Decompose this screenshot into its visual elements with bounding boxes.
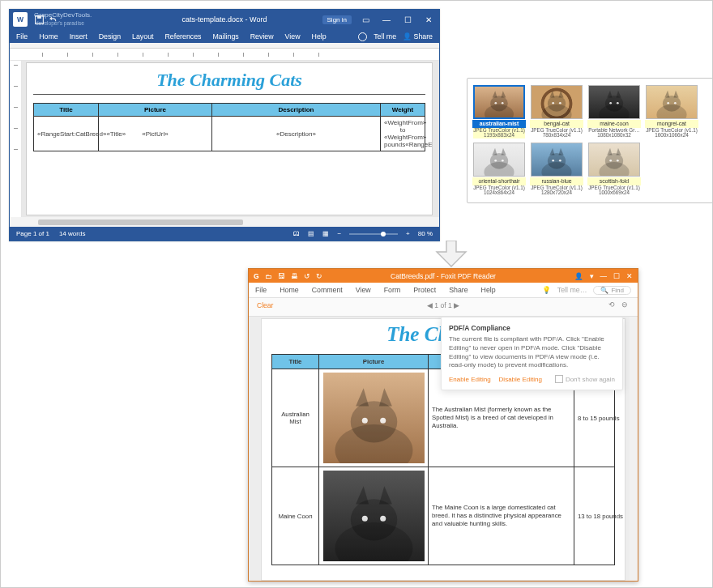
save-icon[interactable]: 🖫 <box>278 272 285 280</box>
thumbnail-bengal-cat[interactable]: bengal-cat JPEG TrueColor (v1.1)780x834x… <box>530 85 583 138</box>
fit-width-icon[interactable]: ⟲ <box>608 300 615 309</box>
zoom-out-button[interactable]: − <box>337 230 341 237</box>
thumb-image <box>531 85 583 119</box>
status-page[interactable]: Page 1 of 1 <box>16 230 49 237</box>
thumbnail-oriental-shorthair[interactable]: oriental-shorthair JPEG TrueColor (v1.1)… <box>472 143 526 196</box>
maximize-icon[interactable]: ☐ <box>613 272 620 280</box>
tab-protect[interactable]: Protect <box>413 286 436 294</box>
svg-point-64 <box>380 516 386 522</box>
tellme-input[interactable]: Tell me <box>374 32 396 40</box>
zoom-level[interactable]: 80 % <box>418 230 433 237</box>
tab-mailings[interactable]: Mailings <box>212 32 238 40</box>
close-icon[interactable]: ✕ <box>421 15 436 24</box>
th-desc: Description <box>212 104 381 117</box>
redo-icon[interactable]: ↻ <box>316 272 322 280</box>
print-icon[interactable]: 🖶 <box>291 272 298 280</box>
minimize-icon[interactable]: — <box>379 15 394 24</box>
cell-picture <box>319 369 429 467</box>
disable-editing-link[interactable]: Disable Editing <box>499 376 542 383</box>
user-icon[interactable]: 👤 <box>574 272 583 280</box>
thumbnail-scottish-fold[interactable]: scottish-fold JPEG TrueColor (v1.1)1000x… <box>587 143 641 196</box>
maximize-icon[interactable]: ☐ <box>400 15 415 24</box>
tab-form[interactable]: Form <box>384 286 401 294</box>
pdfa-popover: PDF/A Compliance The current file is com… <box>441 317 623 390</box>
signin-button[interactable]: Sign in <box>322 15 352 24</box>
open-icon[interactable]: 🗀 <box>265 272 272 280</box>
svg-point-42 <box>552 160 554 162</box>
horizontal-ruler[interactable] <box>10 49 439 61</box>
thumbnail-mongrel-cat[interactable]: mongrel-cat JPEG TrueColor (v1.1)1600x10… <box>645 85 698 138</box>
svg-point-35 <box>494 160 497 162</box>
tab-review[interactable]: Review <box>250 32 274 40</box>
thumbnail-maine-coon[interactable]: maine-coon Portable Network Gr…1080x1080… <box>587 85 641 138</box>
close-icon[interactable]: ✕ <box>626 272 633 280</box>
svg-point-50 <box>617 160 619 162</box>
document-title: The Charming Cats <box>33 70 425 91</box>
dont-show-checkbox[interactable]: Don't show again <box>555 375 615 383</box>
tab-design[interactable]: Design <box>99 32 121 40</box>
svg-point-22 <box>617 102 619 104</box>
view-print-icon[interactable]: ▤ <box>308 230 314 237</box>
minimize-icon[interactable]: — <box>600 272 608 280</box>
zoom-slider[interactable] <box>349 233 398 235</box>
undo-icon[interactable]: ↺ <box>304 272 310 280</box>
word-titlebar[interactable]: W GrapeCityDevTools. developer's paradis… <box>10 10 439 29</box>
tab-references[interactable]: References <box>164 32 201 40</box>
tab-home[interactable]: Home <box>39 32 58 40</box>
view-read-icon[interactable]: 🕮 <box>293 230 300 237</box>
tab-file[interactable]: File <box>255 286 267 294</box>
word-window: W GrapeCityDevTools. developer's paradis… <box>9 9 440 241</box>
status-words[interactable]: 14 words <box>59 230 85 237</box>
svg-point-29 <box>674 102 677 104</box>
enable-editing-link[interactable]: Enable Editing <box>449 376 491 383</box>
td-title: «RangeStart:CatBreed»«Title» <box>34 117 99 151</box>
undo-icon[interactable] <box>48 15 58 25</box>
tab-help[interactable]: Help <box>481 286 496 294</box>
svg-marker-40 <box>549 148 554 156</box>
tab-insert[interactable]: Insert <box>70 32 88 40</box>
vertical-ruler[interactable] <box>10 61 22 217</box>
tellme-input[interactable]: Tell me… <box>557 286 587 294</box>
svg-marker-47 <box>607 148 612 156</box>
pdf-toolbar: Clear ◀ 1 of 1 ▶ ⟲ ⊖ <box>249 298 638 317</box>
popover-body: The current file is compliant with PDF/A… <box>449 335 615 370</box>
ribbon-min-icon[interactable]: ▾ <box>590 272 594 280</box>
thumb-meta: JPEG TrueColor (v1.1)1600x1066x24 <box>646 128 698 138</box>
cell-weight: 13 to 18 pounds <box>574 467 615 565</box>
cell-title: Maine Coon <box>272 467 319 565</box>
svg-marker-34 <box>501 148 506 156</box>
thumb-image <box>588 85 640 119</box>
svg-point-11 <box>548 96 566 112</box>
share-button[interactable]: 👤 Share <box>403 32 433 40</box>
tab-view[interactable]: View <box>285 32 301 40</box>
thumbnail-russian-blue[interactable]: russian-blue JPEG TrueColor (v1.1)1280x7… <box>530 143 583 196</box>
save-icon[interactable] <box>34 15 45 25</box>
pdf-titlebar[interactable]: G 🗀 🖫 🖶 ↺ ↻ CatBreeds.pdf - Foxit PDF Re… <box>249 269 638 283</box>
svg-point-63 <box>361 516 367 522</box>
tab-file[interactable]: File <box>16 32 28 40</box>
tab-comment[interactable]: Comment <box>312 286 343 294</box>
clear-button[interactable]: Clear <box>257 301 273 309</box>
view-web-icon[interactable]: ▦ <box>322 230 329 237</box>
document-surface[interactable]: The Charming Cats Title Picture Descript… <box>26 62 433 215</box>
bulb-icon <box>358 32 367 41</box>
tab-share[interactable]: Share <box>449 286 468 294</box>
thumb-image <box>646 85 698 119</box>
ribbon-display-icon[interactable]: ▭ <box>358 15 373 24</box>
tab-view[interactable]: View <box>356 286 371 294</box>
td-weight: «WeightFrom» to «WeightFrom» pounds«Rang… <box>381 117 425 151</box>
svg-point-49 <box>609 160 612 162</box>
tab-layout[interactable]: Layout <box>132 32 153 40</box>
thumbnail-australian-mist[interactable]: australian-mist JPEG TrueColor (v1.1)119… <box>472 85 526 138</box>
svg-point-32 <box>490 153 508 169</box>
tab-help[interactable]: Help <box>312 32 327 40</box>
close-bar-icon[interactable]: ⊖ <box>621 300 628 309</box>
tab-home[interactable]: Home <box>280 286 298 294</box>
svg-point-56 <box>361 418 367 424</box>
pdf-window: G 🗀 🖫 🖶 ↺ ↻ CatBreeds.pdf - Foxit PDF Re… <box>248 268 638 582</box>
zoom-in-button[interactable]: + <box>406 230 410 237</box>
horizontal-scrollbar[interactable] <box>10 217 439 227</box>
vertical-scrollbar[interactable] <box>630 317 638 581</box>
th-picture: Picture <box>319 355 429 369</box>
find-input[interactable]: 🔍 Find <box>593 286 631 295</box>
